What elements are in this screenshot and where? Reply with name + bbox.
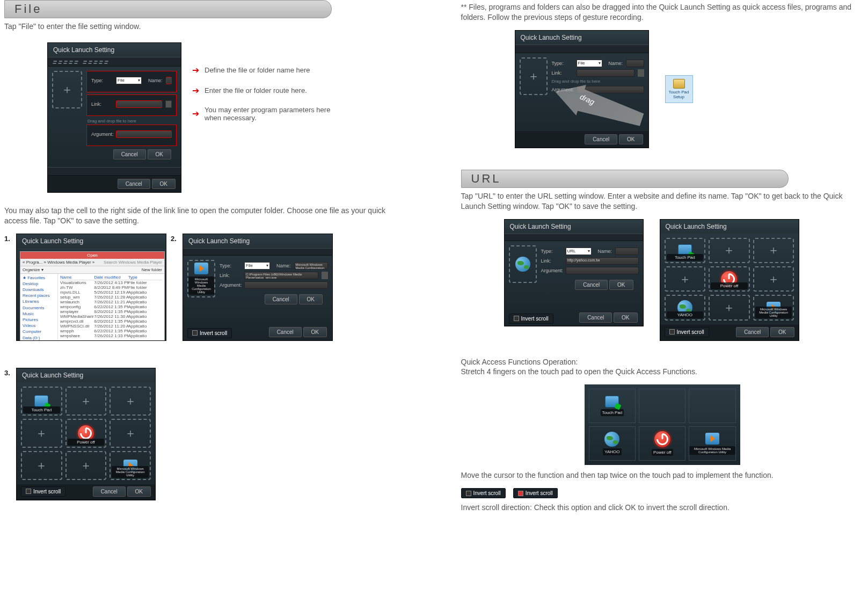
ok-button[interactable]: OK: [299, 294, 323, 304]
type-select[interactable]: File: [116, 77, 142, 84]
qa-cell-empty[interactable]: ＋: [665, 266, 706, 292]
touchpad-icon: [605, 396, 619, 408]
panel-ok-button[interactable]: OK: [152, 179, 176, 189]
qa-cell-empty[interactable]: ＋: [21, 419, 62, 448]
panel-cancel-button[interactable]: Cancel: [269, 327, 302, 337]
power-icon: [654, 431, 670, 447]
qa-cell-touchpad[interactable]: Touch Pad: [589, 389, 636, 423]
organize-button[interactable]: Organize ▾: [23, 267, 43, 272]
type-label: Type:: [220, 263, 241, 268]
qa-chip: Power off: [68, 439, 105, 446]
cancel-button[interactable]: Cancel: [265, 294, 297, 304]
qa-cell-empty[interactable]: ＋: [65, 451, 107, 480]
plus-icon: ＋: [61, 82, 73, 98]
type-select[interactable]: File: [244, 262, 270, 270]
dialog-title: Open: [20, 252, 164, 259]
url-section-header: URL: [461, 170, 789, 188]
invert-scroll-checkbox[interactable]: Invert scroll: [665, 327, 709, 337]
link-field[interactable]: [577, 69, 634, 77]
qls-drag-panel: Quick Lanuch Setting ＋ Type:FileName: Li…: [515, 30, 649, 148]
panel-cancel-button[interactable]: Cancel: [93, 486, 126, 497]
qa-cell-empty[interactable]: ＋: [709, 295, 750, 320]
name-field[interactable]: Microsoft Windows Media Configuration Ut…: [294, 262, 328, 270]
dialog-search[interactable]: Search Windows Media Player: [104, 260, 162, 265]
browse-icon[interactable]: [322, 272, 328, 279]
browse-icon[interactable]: [165, 100, 172, 108]
qa-cell-empty[interactable]: [639, 389, 685, 423]
qa-cell-empty[interactable]: ＋: [753, 266, 794, 292]
qa-cell-media[interactable]: Microsoft Windows Media Configuration Ut…: [689, 426, 735, 461]
browse-icon[interactable]: [638, 69, 644, 77]
arrow-icon: ➔: [192, 110, 199, 118]
cancel-button[interactable]: Cancel: [113, 149, 146, 159]
desktop-shortcut[interactable]: Touch Pad Setup: [665, 75, 693, 103]
panel-cancel-button[interactable]: Cancel: [585, 134, 617, 144]
drop-target-cell[interactable]: Microsoft Windows Media Configuration Ut…: [187, 260, 215, 297]
panel-ok-button[interactable]: OK: [614, 312, 637, 323]
qa-cell-empty[interactable]: ＋: [753, 238, 794, 263]
type-select[interactable]: URL: [566, 248, 592, 255]
invert-scroll-on[interactable]: Invert scroll: [513, 488, 558, 498]
qa-cell-touchpad[interactable]: Touch Pad: [21, 387, 62, 416]
name-label: Name:: [598, 249, 612, 254]
qa-cell-empty[interactable]: ＋: [110, 419, 151, 448]
dialog-sidebar[interactable]: ★ Favorites Desktop Downloads Recent pla…: [20, 274, 58, 341]
qa-cell-empty[interactable]: ＋: [21, 451, 62, 480]
qa-cell-power[interactable]: Power off: [65, 419, 107, 448]
link-field[interactable]: http://yahoo.com.tw: [566, 257, 639, 265]
qa-cell-media[interactable]: Microsoft Windows Media Configuration Ut…: [110, 451, 151, 480]
dialog-path[interactable]: « Progra... » Windows Media Player »: [23, 260, 94, 265]
qa-cell-yahoo[interactable]: YAHOO: [665, 295, 706, 320]
qa-cell-empty[interactable]: ＋: [709, 238, 750, 263]
qa-heading-1: Quick Access Functions Operation:: [461, 357, 864, 367]
dialog-file-list[interactable]: NameDate modifiedType Visualizations7/26…: [58, 274, 164, 341]
newfolder-button[interactable]: New folder: [142, 267, 162, 272]
qa-cell-empty[interactable]: ＋: [65, 387, 107, 416]
qls-title: Quick Lanuch Setting: [48, 43, 181, 57]
panel-cancel-button[interactable]: Cancel: [118, 179, 150, 189]
name-field[interactable]: [615, 248, 638, 255]
note-link: Enter the file or folder route here.: [205, 86, 307, 94]
step-1-label: 1.: [4, 235, 10, 243]
invert-scroll-checkbox[interactable]: Invert scroll: [509, 314, 553, 324]
desktop-icon-label: Touch Pad: [669, 90, 689, 94]
cancel-button[interactable]: Cancel: [575, 280, 608, 290]
drag-intro-text: ** Files, programs and folders can also …: [461, 2, 864, 23]
qa-cell-media[interactable]: Microsoft Windows Media Configuration Ut…: [753, 295, 794, 320]
ok-button[interactable]: OK: [148, 149, 171, 159]
panel-cancel-button[interactable]: Cancel: [736, 327, 769, 337]
panel-cancel-button[interactable]: Cancel: [579, 312, 612, 323]
qa-heading-2: Stretch 4 fingers on the touch pad to op…: [461, 367, 864, 377]
link-field[interactable]: [116, 100, 162, 108]
media-icon: [705, 433, 719, 445]
qa-cell-touchpad[interactable]: Touch Pad: [665, 238, 706, 263]
drop-hint: Drag and drop file to here: [86, 118, 177, 125]
qa-cell-power[interactable]: Power off: [639, 426, 685, 461]
qa-cell-power[interactable]: Power off: [709, 266, 750, 292]
argument-field[interactable]: [116, 130, 172, 138]
panel-ok-button[interactable]: OK: [303, 327, 327, 337]
drop-target-cell[interactable]: [509, 245, 537, 283]
invert-scroll-off[interactable]: Invert scroll: [461, 488, 506, 498]
ok-button[interactable]: OK: [609, 280, 633, 290]
qa-cell-yahoo[interactable]: YAHOO: [589, 426, 636, 461]
type-label: Type:: [552, 61, 573, 66]
qa-cell-empty[interactable]: ＋: [110, 387, 151, 416]
link-field[interactable]: C:\Program Files (x86)\Windows Media Pla…: [244, 272, 318, 279]
type-select[interactable]: File: [577, 60, 602, 67]
qa-cell-empty[interactable]: [689, 389, 735, 423]
panel-ok-button[interactable]: OK: [619, 134, 643, 144]
invert-scroll-checkbox[interactable]: Invert scroll: [187, 328, 232, 338]
name-label: Name:: [609, 61, 623, 66]
panel-ok-button[interactable]: OK: [770, 327, 794, 337]
drop-target-cell[interactable]: ＋: [52, 71, 82, 108]
argument-field[interactable]: [566, 267, 639, 274]
panel-ok-button[interactable]: OK: [127, 486, 151, 497]
name-field[interactable]: [166, 77, 172, 84]
drop-target-cell[interactable]: ＋: [520, 57, 548, 95]
name-field[interactable]: [626, 60, 644, 67]
qls-step3: Quick Launch Setting Touch Pad ＋ ＋ ＋ Pow…: [16, 368, 156, 500]
argument-field[interactable]: [244, 281, 328, 289]
arrow-icon: ➔: [192, 66, 199, 75]
invert-scroll-checkbox[interactable]: Invert scroll: [21, 486, 65, 497]
